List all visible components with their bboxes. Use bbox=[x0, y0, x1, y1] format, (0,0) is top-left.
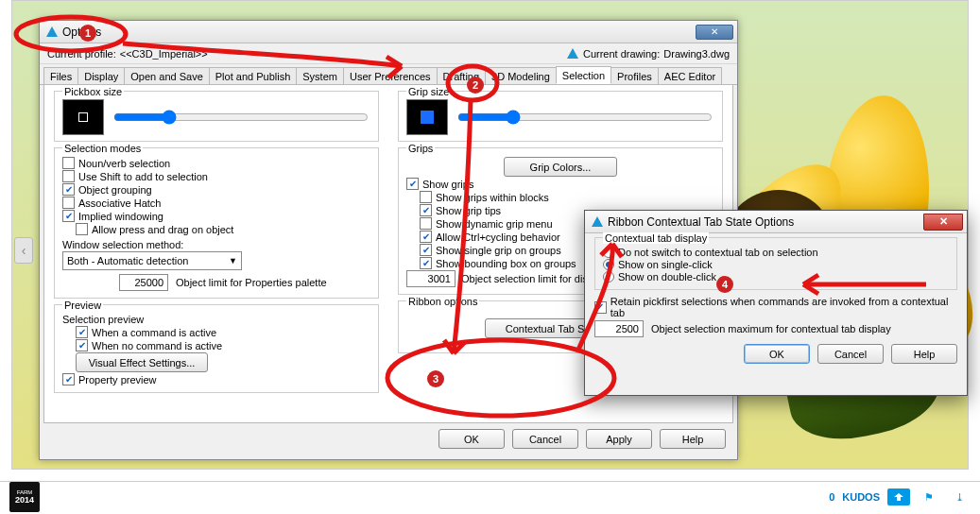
ribbon-contextual-dialog: Ribbon Contextual Tab State Options ✕ Co… bbox=[584, 210, 968, 396]
contextual-max-label: Object selection maximum for contextual … bbox=[651, 323, 891, 334]
selection-modes-group: Selection modes Noun/verb selection Use … bbox=[54, 147, 379, 299]
tab-3d-modeling[interactable]: 3D Modeling bbox=[485, 67, 557, 84]
tab-open-and-save[interactable]: Open and Save bbox=[124, 67, 209, 84]
pickbox-preview bbox=[62, 99, 104, 135]
when-cmd-active-checkbox[interactable] bbox=[76, 326, 88, 338]
window-selection-method-label: Window selection method: bbox=[62, 239, 183, 250]
options-close-button[interactable]: ✕ bbox=[696, 25, 733, 40]
pickbox-size-slider[interactable] bbox=[113, 110, 369, 125]
ribbon-options-legend: Ribbon options bbox=[406, 296, 479, 307]
object-grouping-label: Object grouping bbox=[78, 184, 152, 196]
ribbon-close-button[interactable]: ✕ bbox=[923, 214, 963, 231]
tab-plot-and-publish[interactable]: Plot and Publish bbox=[209, 67, 298, 84]
window-selection-method-combo[interactable]: Both - Automatic detection ▼ bbox=[62, 251, 242, 270]
show-grips-checkbox[interactable] bbox=[406, 178, 419, 190]
kudos-count: 0 bbox=[829, 491, 834, 503]
tab-aec-editor[interactable]: AEC Editor bbox=[658, 67, 722, 84]
grips-within-blocks-checkbox[interactable] bbox=[420, 191, 432, 203]
implied-windowing-checkbox[interactable] bbox=[62, 210, 75, 222]
options-apply-button[interactable]: Apply bbox=[586, 429, 652, 449]
download-icon[interactable]: ⤓ bbox=[948, 488, 971, 505]
options-title: Options bbox=[62, 26, 696, 39]
tab-drafting[interactable]: Drafting bbox=[437, 67, 487, 84]
properties-object-limit-input[interactable]: 25000 bbox=[119, 274, 168, 291]
grips-legend: Grips bbox=[406, 143, 435, 154]
noun-verb-label: Noun/verb selection bbox=[78, 158, 170, 169]
show-grips-label: Show grips bbox=[422, 179, 473, 190]
ctrl-cycling-label: Allow Ctrl+cycling behavior bbox=[436, 231, 560, 243]
grip-tips-label: Show grip tips bbox=[436, 205, 501, 216]
retain-pickfirst-label: Retain pickfirst selections when command… bbox=[610, 296, 957, 318]
property-preview-label: Property preview bbox=[78, 374, 157, 386]
options-help-button[interactable]: Help bbox=[660, 429, 726, 449]
when-cmd-active-label: When a command is active bbox=[92, 327, 216, 338]
use-shift-checkbox[interactable] bbox=[62, 170, 75, 182]
svg-marker-2 bbox=[592, 216, 603, 227]
current-drawing-label: Current drawing: bbox=[583, 48, 660, 60]
options-titlebar: Options ✕ bbox=[40, 21, 737, 43]
ctrl-cycling-checkbox[interactable] bbox=[420, 231, 432, 243]
drawing-icon bbox=[566, 47, 579, 60]
flag-icon[interactable]: ⚑ bbox=[918, 488, 940, 505]
options-tab-strip: Files Display Open and Save Plot and Pub… bbox=[40, 64, 737, 85]
tab-display[interactable]: Display bbox=[77, 67, 125, 84]
dynamic-grip-menu-label: Show dynamic grip menu bbox=[436, 218, 553, 230]
options-cancel-button[interactable]: Cancel bbox=[512, 429, 578, 449]
ribbon-titlebar: Ribbon Contextual Tab State Options ✕ bbox=[585, 211, 967, 233]
no-switch-radio[interactable] bbox=[603, 247, 614, 258]
contextual-max-input[interactable]: 2500 bbox=[594, 320, 644, 337]
grips-object-limit-input[interactable]: 3001 bbox=[406, 270, 456, 287]
autodesk-icon bbox=[591, 215, 604, 229]
object-grouping-checkbox[interactable] bbox=[62, 183, 75, 196]
implied-windowing-label: Implied windowing bbox=[78, 211, 163, 222]
visual-effect-settings-button[interactable]: Visual Effect Settings... bbox=[76, 352, 208, 372]
ribbon-help-button[interactable]: Help bbox=[891, 344, 957, 364]
when-no-cmd-checkbox[interactable] bbox=[76, 339, 88, 351]
double-click-radio[interactable] bbox=[603, 271, 614, 283]
property-preview-checkbox[interactable] bbox=[62, 373, 75, 386]
current-profile-label: Current profile: bbox=[47, 48, 116, 60]
grip-size-legend: Grip size bbox=[406, 86, 451, 97]
pickbox-size-group: Pickbox size bbox=[54, 91, 379, 142]
profile-row: Current profile: <<C3D_Imperial>> Curren… bbox=[40, 43, 737, 64]
tab-user-preferences[interactable]: User Preferences bbox=[343, 67, 438, 84]
grip-tips-checkbox[interactable] bbox=[420, 204, 432, 216]
grip-colors-button[interactable]: Grip Colors... bbox=[504, 157, 617, 177]
options-ok-button[interactable]: OK bbox=[438, 429, 505, 449]
single-click-radio[interactable] bbox=[603, 259, 614, 270]
autodesk-icon bbox=[45, 26, 59, 39]
use-shift-label: Use Shift to add to selection bbox=[78, 171, 208, 182]
tab-selection[interactable]: Selection bbox=[556, 66, 611, 84]
single-grip-groups-checkbox[interactable] bbox=[420, 244, 432, 256]
grip-size-preview bbox=[406, 99, 448, 135]
preview-group: Preview Selection preview When a command… bbox=[54, 304, 379, 393]
bbox-groups-checkbox[interactable] bbox=[420, 257, 432, 269]
pickbox-size-label: Pickbox size bbox=[62, 86, 124, 97]
ribbon-cancel-button[interactable]: Cancel bbox=[817, 344, 884, 364]
page-footer: FARM2014 0 KUDOS ⚑ ⤓ bbox=[0, 480, 980, 514]
retain-pickfirst-checkbox[interactable] bbox=[594, 301, 607, 314]
window-selection-method-value: Both - Automatic detection bbox=[67, 255, 188, 266]
properties-object-limit-label: Object limit for Properties palette bbox=[176, 277, 327, 288]
tab-profiles[interactable]: Profiles bbox=[610, 67, 659, 84]
grips-within-blocks-label: Show grips within blocks bbox=[436, 192, 549, 203]
single-click-label: Show on single-click bbox=[618, 259, 713, 270]
double-click-label: Show on double-click bbox=[618, 271, 716, 283]
bbox-groups-label: Show bounding box on groups bbox=[436, 258, 576, 269]
allow-press-drag-checkbox[interactable] bbox=[76, 223, 88, 235]
grip-size-slider[interactable] bbox=[457, 110, 713, 125]
chevron-down-icon: ▼ bbox=[229, 256, 237, 266]
dynamic-grip-menu-checkbox[interactable] bbox=[420, 217, 432, 230]
carousel-prev-button[interactable]: ‹ bbox=[14, 237, 33, 264]
ribbon-title: Ribbon Contextual Tab State Options bbox=[608, 215, 923, 229]
contextual-tab-display-group: Contextual tab display Do not switch to … bbox=[594, 237, 957, 290]
selection-preview-label: Selection preview bbox=[62, 314, 144, 325]
kudos-button[interactable] bbox=[887, 488, 910, 505]
associative-hatch-checkbox[interactable] bbox=[62, 197, 75, 209]
ribbon-ok-button[interactable]: OK bbox=[744, 344, 810, 364]
selection-modes-legend: Selection modes bbox=[62, 143, 143, 154]
tab-files[interactable]: Files bbox=[43, 67, 78, 84]
tab-system[interactable]: System bbox=[296, 67, 344, 84]
svg-marker-0 bbox=[46, 26, 58, 37]
noun-verb-checkbox[interactable] bbox=[62, 157, 75, 169]
